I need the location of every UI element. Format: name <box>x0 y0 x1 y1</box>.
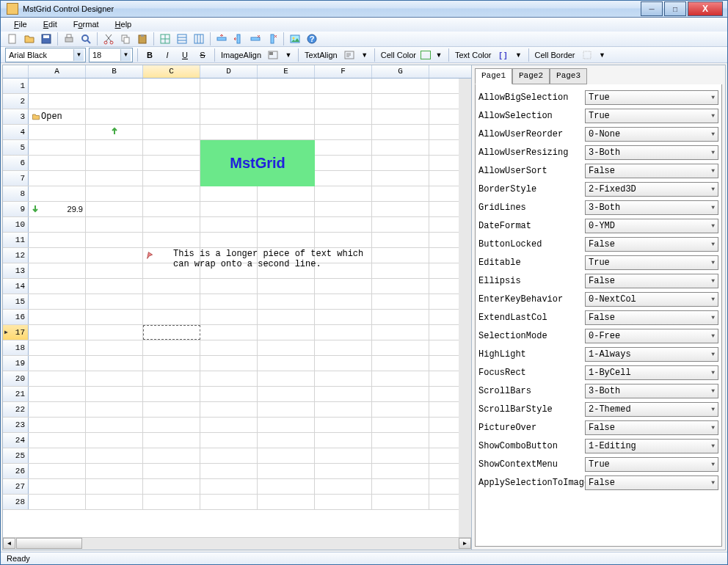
cell[interactable] <box>315 233 372 247</box>
cell[interactable] <box>29 340 86 355</box>
property-combo[interactable]: 0-NextCol <box>585 292 718 307</box>
cell[interactable] <box>372 387 429 401</box>
cellborder-icon[interactable] <box>580 48 594 62</box>
tab-page3[interactable]: Page3 <box>550 68 587 84</box>
cell[interactable] <box>258 233 315 247</box>
minimize-button[interactable]: ─ <box>641 1 663 16</box>
scroll-left-button[interactable]: ◄ <box>3 538 15 549</box>
row-header[interactable]: 1 <box>3 79 29 93</box>
cell[interactable] <box>29 186 86 201</box>
scroll-right-button[interactable]: ► <box>459 538 471 549</box>
property-combo[interactable]: 3-Both <box>585 384 718 398</box>
cell[interactable] <box>143 186 200 201</box>
cell[interactable] <box>258 186 315 201</box>
cell[interactable] <box>29 94 86 109</box>
save-icon[interactable] <box>39 32 54 46</box>
cell[interactable] <box>315 294 372 309</box>
cell[interactable] <box>86 479 143 494</box>
row-header[interactable]: 6 <box>3 156 29 170</box>
cell[interactable] <box>29 310 86 324</box>
menu-format[interactable]: Format <box>66 18 106 31</box>
cell[interactable] <box>29 233 86 247</box>
chevron-down-icon[interactable]: ▼ <box>120 49 131 61</box>
cell[interactable] <box>29 371 86 386</box>
cell[interactable] <box>29 156 86 170</box>
cell[interactable] <box>315 171 372 186</box>
cell[interactable] <box>143 325 200 340</box>
row-header[interactable]: 3 <box>3 109 29 124</box>
cell[interactable] <box>258 448 315 463</box>
cell[interactable] <box>200 495 258 509</box>
cell[interactable] <box>200 356 258 371</box>
cell[interactable] <box>372 448 429 463</box>
row-header[interactable]: 27 <box>3 479 29 494</box>
cell[interactable] <box>258 294 315 309</box>
cell[interactable] <box>258 340 315 355</box>
cell[interactable] <box>29 387 86 401</box>
cell[interactable] <box>200 433 258 448</box>
horizontal-scrollbar[interactable]: ◄ ► <box>3 537 471 550</box>
cell[interactable] <box>143 371 200 386</box>
property-combo[interactable]: False <box>585 274 718 288</box>
textalign-icon[interactable] <box>342 48 357 62</box>
property-combo[interactable]: True <box>585 255 718 270</box>
cell[interactable] <box>86 371 143 386</box>
property-combo[interactable]: 1-ByCell <box>585 365 718 380</box>
cell-longtext[interactable]: This is a longer piece of text which can… <box>173 249 364 269</box>
cell[interactable] <box>200 109 258 124</box>
bold-button[interactable]: B <box>142 48 157 62</box>
cell[interactable] <box>200 94 258 109</box>
property-combo[interactable]: False <box>585 310 718 325</box>
property-combo[interactable]: False <box>585 475 718 490</box>
cell[interactable] <box>29 248 86 263</box>
cell[interactable] <box>258 125 315 139</box>
row-header[interactable]: 19 <box>3 356 29 371</box>
cell[interactable] <box>86 94 143 109</box>
cell[interactable] <box>258 109 315 124</box>
cell[interactable] <box>200 310 258 324</box>
column-header-F[interactable]: F <box>315 65 372 78</box>
row-header[interactable]: 20 <box>3 371 29 386</box>
chevron-down-icon[interactable]: ▼ <box>514 49 524 61</box>
row-header[interactable]: 10 <box>3 217 29 232</box>
column-header-B[interactable]: B <box>86 65 143 78</box>
grid3-icon[interactable] <box>192 32 206 46</box>
textcolor-swatch[interactable]: [ ] <box>496 48 511 62</box>
select-all-corner[interactable] <box>3 65 29 78</box>
merged-cell-mstgrid[interactable]: MstGrid <box>200 140 315 186</box>
cell[interactable] <box>86 109 143 124</box>
cellcolor-swatch[interactable] <box>421 51 431 59</box>
cell[interactable] <box>200 402 258 417</box>
cell[interactable] <box>143 125 200 139</box>
cell[interactable] <box>86 433 143 448</box>
copy-icon[interactable] <box>118 32 133 46</box>
row-header[interactable]: 24 <box>3 433 29 448</box>
cell[interactable] <box>86 448 143 463</box>
cell[interactable] <box>372 325 429 340</box>
cell[interactable] <box>315 310 372 324</box>
cell[interactable] <box>372 495 429 509</box>
cell[interactable] <box>372 217 429 232</box>
cell[interactable] <box>372 371 429 386</box>
cell[interactable] <box>200 479 258 494</box>
cell[interactable] <box>29 125 86 139</box>
cell[interactable] <box>86 140 143 155</box>
cell[interactable] <box>200 79 258 93</box>
cell[interactable] <box>86 217 143 232</box>
cell[interactable] <box>200 125 258 139</box>
cell[interactable] <box>315 464 372 478</box>
cell[interactable] <box>86 248 143 263</box>
fontsize-combo[interactable]: 18 ▼ <box>89 48 133 62</box>
cell[interactable] <box>372 171 429 186</box>
cell[interactable] <box>143 402 200 417</box>
row-header[interactable]: 4 <box>3 125 29 139</box>
cell[interactable] <box>258 202 315 216</box>
cell[interactable] <box>86 356 143 371</box>
new-icon[interactable] <box>5 32 20 46</box>
cell[interactable] <box>143 340 200 355</box>
cell[interactable] <box>200 387 258 401</box>
insert-col-icon[interactable] <box>231 32 246 46</box>
cell[interactable] <box>372 125 429 139</box>
row-header[interactable]: 26 <box>3 464 29 478</box>
row-header[interactable]: 2 <box>3 94 29 109</box>
